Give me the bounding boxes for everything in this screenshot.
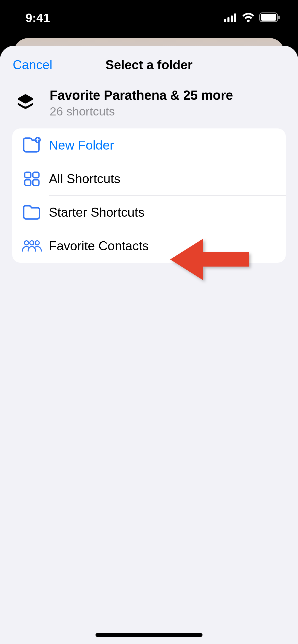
new-folder-label: New Folder [49,138,114,153]
selection-title: Favorite Parathena & 25 more [50,88,233,103]
favorite-contacts-label: Favorite Contacts [49,239,149,253]
all-shortcuts-row[interactable]: All Shortcuts [12,162,286,196]
folder-picker-sheet: Cancel Select a folder Favorite Parathen… [0,46,298,644]
svg-rect-1 [227,17,229,22]
home-indicator[interactable] [96,633,202,637]
svg-point-14 [35,241,39,245]
wifi-icon [242,11,255,25]
starter-shortcuts-label: Starter Shortcuts [49,205,144,220]
new-folder-row[interactable]: New Folder [12,128,286,162]
svg-rect-2 [231,16,233,22]
shortcuts-stack-icon [15,92,36,114]
status-bar: 9:41 [0,0,298,36]
svg-rect-3 [234,13,236,22]
grid-icon [21,168,43,189]
folder-list: New Folder All Shortcuts Starter [12,128,286,263]
contacts-icon [21,235,43,257]
status-time: 9:41 [25,11,50,25]
cellular-icon [224,11,237,25]
selection-summary: Favorite Parathena & 25 more 26 shortcut… [0,84,298,128]
svg-rect-0 [224,19,226,22]
svg-point-13 [30,241,34,245]
all-shortcuts-label: All Shortcuts [49,171,120,186]
selection-subtitle: 26 shortcuts [50,104,233,118]
starter-shortcuts-row[interactable]: Starter Shortcuts [12,196,286,229]
nav-bar: Cancel Select a folder [0,46,298,84]
svg-rect-8 [25,172,31,178]
svg-rect-9 [33,172,39,178]
svg-point-12 [24,241,29,245]
new-folder-icon [21,135,43,156]
svg-rect-6 [278,16,280,19]
favorite-contacts-row[interactable]: Favorite Contacts [12,229,286,263]
battery-icon [259,11,280,25]
cancel-button[interactable]: Cancel [13,57,52,72]
svg-rect-5 [261,14,276,21]
folder-icon [21,202,43,223]
page-title: Select a folder [105,57,193,72]
status-indicators [224,11,280,25]
svg-rect-10 [25,180,31,185]
svg-rect-11 [33,180,39,185]
